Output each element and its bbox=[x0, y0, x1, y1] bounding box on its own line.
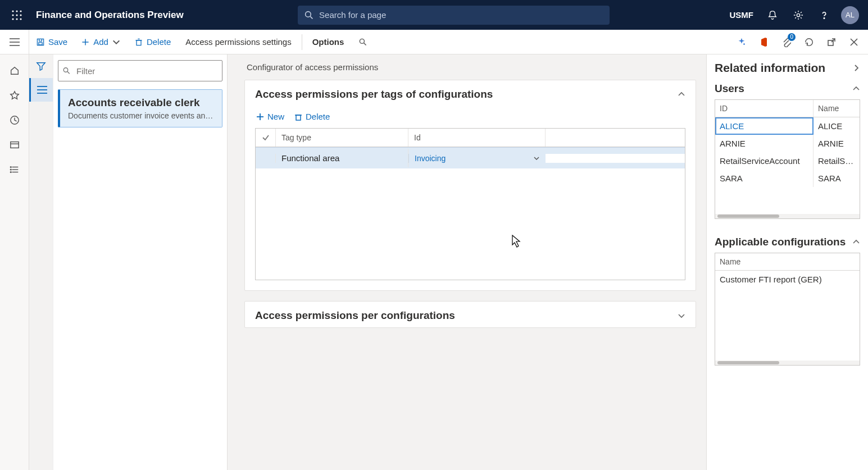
waffle-button[interactable] bbox=[6, 4, 28, 26]
list-column: Accounts receivable clerk Documents cust… bbox=[29, 54, 228, 470]
svg-point-6 bbox=[12, 18, 13, 20]
svg-rect-17 bbox=[39, 42, 42, 44]
svg-rect-46 bbox=[296, 115, 301, 120]
attachments-badge: 0 bbox=[788, 33, 796, 41]
grid-delete-button[interactable]: Delete bbox=[291, 108, 333, 125]
access-permissions-settings-link[interactable]: Access permissions settings bbox=[178, 30, 299, 54]
chevron-down-icon bbox=[112, 38, 121, 47]
refresh-icon bbox=[804, 37, 814, 47]
svg-point-36 bbox=[10, 167, 11, 168]
table-row[interactable]: Functional area Invoicing bbox=[256, 147, 685, 168]
rail-recent[interactable] bbox=[3, 108, 26, 132]
chevron-right-icon[interactable] bbox=[852, 64, 860, 72]
row-selector[interactable] bbox=[256, 154, 276, 163]
filter-view-button[interactable] bbox=[29, 54, 53, 78]
notifications-button[interactable] bbox=[760, 3, 785, 28]
bell-icon bbox=[767, 10, 778, 20]
svg-point-1 bbox=[16, 10, 17, 12]
plus-icon bbox=[81, 38, 90, 47]
svg-rect-31 bbox=[10, 142, 18, 148]
copilot-button[interactable] bbox=[731, 31, 752, 53]
hamburger-menu[interactable] bbox=[9, 38, 20, 46]
chevron-down-icon bbox=[678, 312, 685, 320]
top-bar: Finance and Operations Preview USMF AL bbox=[0, 0, 868, 30]
users-section-header[interactable]: Users bbox=[715, 83, 860, 95]
configs-grid: Name Customer FTI report (GER) bbox=[715, 253, 860, 366]
help-button[interactable] bbox=[812, 3, 837, 28]
svg-point-9 bbox=[306, 11, 311, 17]
svg-point-2 bbox=[20, 10, 21, 12]
users-title: Users bbox=[715, 83, 744, 95]
funnel-icon bbox=[36, 61, 46, 71]
col-id[interactable]: Id bbox=[408, 129, 546, 147]
add-button[interactable]: Add bbox=[74, 30, 128, 54]
col-user-name[interactable]: Name bbox=[814, 100, 860, 117]
chevron-up-icon bbox=[852, 85, 860, 93]
card-header[interactable]: Access permissions per tags of configura… bbox=[245, 80, 696, 106]
cell-id-dropdown[interactable]: Invoicing bbox=[408, 154, 546, 163]
grid-new-button[interactable]: New bbox=[253, 108, 288, 125]
rail-home[interactable] bbox=[3, 59, 26, 83]
table-row[interactable]: ALICE ALICE bbox=[715, 117, 860, 135]
cell-user-id: SARA bbox=[715, 170, 814, 187]
rail-modules[interactable] bbox=[3, 158, 26, 181]
refresh-button[interactable] bbox=[798, 31, 820, 53]
table-row[interactable]: ARNIE ARNIE bbox=[715, 135, 860, 152]
tags-grid: Tag type Id Functional area Invoicing bbox=[255, 128, 685, 280]
users-grid: ID Name ALICE ALICE ARNIE ARNIE RetailSe… bbox=[715, 99, 860, 219]
save-button[interactable]: Save bbox=[29, 30, 74, 54]
trash-icon bbox=[294, 113, 302, 121]
configs-title: Applicable configurations bbox=[715, 236, 846, 248]
list-panel: Accounts receivable clerk Documents cust… bbox=[53, 54, 227, 470]
table-row[interactable]: SARA SARA bbox=[715, 170, 860, 187]
col-config-name[interactable]: Name bbox=[715, 253, 860, 270]
svg-point-11 bbox=[797, 13, 799, 16]
delete-label: Delete bbox=[147, 37, 171, 47]
command-bar: Save Add Delete Access permissions setti… bbox=[0, 30, 868, 54]
horizontal-scrollbar[interactable] bbox=[715, 214, 860, 218]
options-tab[interactable]: Options bbox=[305, 30, 352, 54]
horizontal-scrollbar[interactable] bbox=[715, 361, 860, 365]
user-avatar[interactable]: AL bbox=[841, 6, 859, 24]
attachments-button[interactable]: 0 bbox=[776, 31, 797, 53]
list-item[interactable]: Accounts receivable clerk Documents cust… bbox=[58, 89, 222, 127]
configs-section-header[interactable]: Applicable configurations bbox=[715, 236, 860, 248]
close-icon bbox=[850, 38, 858, 46]
table-row[interactable]: RetailServiceAccount RetailServ bbox=[715, 152, 860, 170]
home-icon bbox=[10, 66, 20, 76]
cell-user-name: ALICE bbox=[814, 117, 860, 135]
chevron-down-icon bbox=[533, 155, 540, 162]
svg-point-37 bbox=[10, 169, 11, 170]
command-search-button[interactable] bbox=[352, 30, 374, 54]
col-tag-type[interactable]: Tag type bbox=[276, 129, 408, 147]
table-row[interactable]: Customer FTI report (GER) bbox=[715, 271, 860, 288]
delete-button[interactable]: Delete bbox=[128, 30, 178, 54]
svg-point-12 bbox=[824, 17, 824, 18]
popout-button[interactable] bbox=[821, 31, 842, 53]
cell-id-value: Invoicing bbox=[415, 154, 446, 163]
list-view-button[interactable] bbox=[29, 78, 53, 102]
list-filter-input[interactable] bbox=[58, 60, 222, 81]
company-label[interactable]: USMF bbox=[724, 10, 760, 20]
settings-button[interactable] bbox=[786, 3, 811, 28]
rail-workspaces[interactable] bbox=[3, 133, 26, 157]
grid-select-all[interactable] bbox=[256, 129, 276, 147]
separator bbox=[302, 34, 302, 50]
global-search-input[interactable] bbox=[319, 10, 603, 20]
trash-icon bbox=[134, 38, 143, 47]
col-user-id[interactable]: ID bbox=[715, 100, 814, 117]
cell-tag-type[interactable]: Functional area bbox=[276, 149, 408, 167]
grid-new-label: New bbox=[267, 112, 284, 121]
chevron-up-icon bbox=[678, 90, 685, 98]
cell-user-id: ALICE bbox=[715, 117, 814, 135]
svg-point-38 bbox=[10, 172, 11, 173]
card-header[interactable]: Access permissions per configurations bbox=[245, 302, 696, 327]
star-icon bbox=[10, 90, 20, 101]
office-button[interactable] bbox=[753, 31, 775, 53]
list-item-desc: Documents customer invoice events and … bbox=[68, 111, 214, 120]
global-search[interactable] bbox=[298, 6, 610, 25]
search-icon bbox=[358, 38, 367, 47]
rail-favorites[interactable] bbox=[3, 84, 26, 107]
related-info-pane: Related information Users ID Name ALICE … bbox=[706, 54, 868, 470]
close-button[interactable] bbox=[843, 31, 865, 53]
